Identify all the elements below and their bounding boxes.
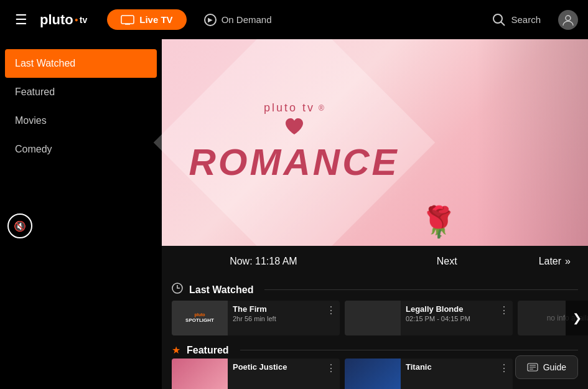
romance-text: ROMANCE <box>189 141 399 184</box>
titanic-info: Titanic <box>401 359 513 389</box>
sidebar-item-movies[interactable]: Movies <box>0 106 162 135</box>
svg-rect-0 <box>121 16 134 24</box>
legally-blonde-subtitle: 02:15 PM - 04:15 PM <box>406 315 508 322</box>
top-navigation: ☰ pluto●tv Live TV ▶ On Demand Search <box>0 0 588 39</box>
next-label: Next <box>437 256 457 266</box>
legally-blonde-title: Legally Blonde <box>406 304 508 314</box>
titanic-title: Titanic <box>406 362 508 372</box>
svg-line-4 <box>501 22 505 26</box>
now-bar: Now: 11:18 AM Next Later » <box>162 246 588 277</box>
romance-logo: pluto tv ® ROMANCE <box>189 101 399 184</box>
poetic-justice-menu[interactable]: ⋮ <box>326 362 336 374</box>
last-watched-title: Last Watched <box>189 284 253 296</box>
legally-blonde-thumbnail <box>345 301 401 335</box>
search-area[interactable]: Search <box>492 13 541 27</box>
user-avatar[interactable] <box>558 10 578 30</box>
the-firm-info: The Firm 2hr 56 min left <box>228 301 340 335</box>
last-watched-cards: pluto SPOTLIGHT The Firm 2hr 56 min left… <box>162 301 588 335</box>
poetic-justice-thumbnail <box>172 359 228 389</box>
hamburger-icon: ☰ <box>15 12 27 27</box>
live-tv-button[interactable]: Live TV <box>107 9 186 30</box>
sidebar-item-featured[interactable]: Featured <box>0 78 162 106</box>
poetic-justice-img <box>172 359 228 389</box>
legally-blonde-menu[interactable]: ⋮ <box>499 304 509 316</box>
later-label: Later <box>539 256 561 267</box>
logo-dot: ● <box>75 16 78 23</box>
heart-icon <box>283 116 306 138</box>
hero-right-fade <box>476 39 588 246</box>
card-poetic-justice[interactable]: Poetic Justice ⋮ <box>172 359 340 389</box>
card-legally-blonde[interactable]: Legally Blonde 02:15 PM - 04:15 PM ⋮ <box>345 301 513 335</box>
user-icon <box>562 14 574 26</box>
featured-line <box>240 350 578 350</box>
logo-text: pluto●tv <box>40 12 87 28</box>
mute-icon: 🔇 <box>14 220 26 232</box>
last-watched-section: Last Watched pluto SPOTLIGHT The Firm 2h… <box>162 276 588 335</box>
roses-decoration: 🌹 <box>420 205 457 240</box>
hero-content: pluto tv ® ROMANCE <box>189 101 399 184</box>
now-section: Now: 11:18 AM <box>172 256 355 267</box>
search-icon <box>492 13 506 27</box>
last-watched-line <box>264 289 578 290</box>
on-demand-button[interactable]: ▶ On Demand <box>194 9 282 31</box>
sidebar-item-comedy[interactable]: Comedy <box>0 135 162 164</box>
legally-blonde-info: Legally Blonde 02:15 PM - 04:15 PM <box>401 301 513 335</box>
star-icon: ★ <box>172 344 180 356</box>
guide-button[interactable]: Guide <box>515 355 578 379</box>
featured-title: Featured <box>187 345 229 356</box>
titanic-menu[interactable]: ⋮ <box>499 362 509 374</box>
next-section: Next <box>355 256 539 267</box>
history-icon <box>172 283 183 297</box>
guide-label: Guide <box>543 362 566 372</box>
poetic-justice-title: Poetic Justice <box>233 362 335 372</box>
sidebar-item-last-watched[interactable]: Last Watched <box>5 49 157 78</box>
later-arrows-icon: » <box>565 256 571 267</box>
svg-point-5 <box>566 16 571 21</box>
the-firm-thumbnail: pluto SPOTLIGHT <box>172 301 228 335</box>
hamburger-button[interactable]: ☰ <box>10 9 32 30</box>
svg-point-3 <box>493 14 502 23</box>
play-icon: ▶ <box>204 14 217 26</box>
later-section[interactable]: Later » <box>539 256 578 267</box>
the-firm-menu[interactable]: ⋮ <box>326 304 336 316</box>
last-watched-next-button[interactable]: ❯ <box>566 301 588 335</box>
guide-icon <box>527 363 538 372</box>
mute-button[interactable]: 🔇 <box>7 213 32 238</box>
poetic-justice-info: Poetic Justice <box>228 359 340 389</box>
card-titanic[interactable]: Titanic ⋮ <box>345 359 513 389</box>
card-the-firm[interactable]: pluto SPOTLIGHT The Firm 2hr 56 min left… <box>172 301 340 335</box>
next-arrow-icon: ❯ <box>572 311 582 325</box>
logo: pluto●tv <box>40 12 87 28</box>
content-area: Last Watched pluto SPOTLIGHT The Firm 2h… <box>162 276 588 389</box>
last-watched-header: Last Watched <box>162 276 588 301</box>
the-firm-title: The Firm <box>233 304 335 314</box>
live-tv-icon <box>121 15 134 25</box>
titanic-thumbnail <box>345 359 401 389</box>
the-firm-subtitle: 2hr 56 min left <box>233 315 335 322</box>
pluto-tv-label: pluto tv <box>264 101 315 115</box>
now-label: Now: 11:18 AM <box>230 256 297 266</box>
